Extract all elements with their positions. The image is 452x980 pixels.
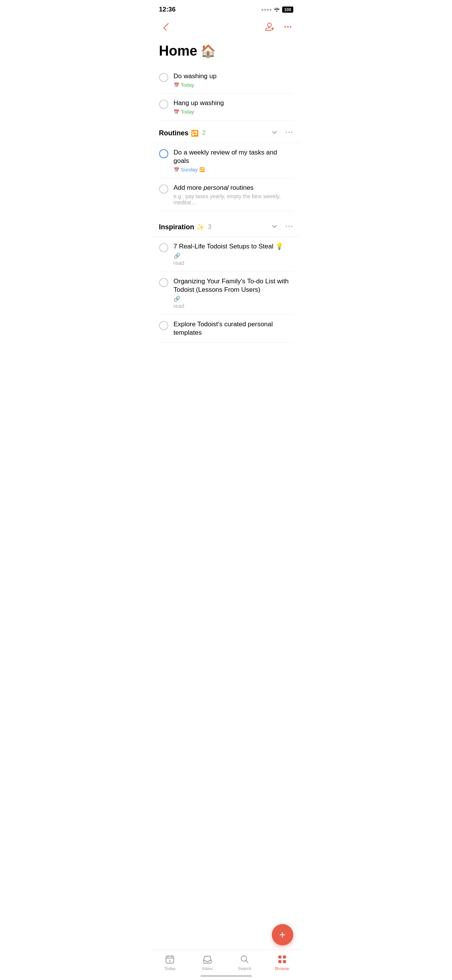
task-meta: 📅 Today [174, 82, 293, 88]
task-meta: 📅 Today [174, 109, 293, 115]
top-navigation [151, 17, 301, 40]
task-checkbox[interactable] [159, 321, 168, 330]
link-icon: 🔗 [174, 296, 293, 302]
routines-tasks: Do a weekly review of my tasks and goals… [151, 143, 301, 211]
inspiration-icon: ✨ [197, 224, 204, 231]
calendar-icon: 📅 [174, 167, 179, 173]
task-meta: 📅 Sunday 🔁 [174, 167, 293, 173]
calendar-icon: 📅 [174, 82, 179, 88]
inspiration-section-title: Inspiration ✨ 3 [159, 223, 212, 231]
battery-indicator: 100 [282, 7, 293, 13]
status-icons: 100 [261, 7, 293, 13]
signal-icon [261, 9, 271, 11]
task-content: Do washing up 📅 Today [174, 72, 293, 88]
task-content: Organizing Your Family's To-do List with… [174, 277, 293, 309]
task-checkbox[interactable] [159, 73, 168, 82]
inspiration-count: 3 [208, 224, 212, 230]
task-title: Do washing up [174, 72, 293, 81]
section-actions [270, 128, 293, 138]
add-person-button[interactable] [264, 21, 275, 32]
task-date: Today [181, 82, 194, 88]
back-button[interactable] [159, 20, 173, 34]
inspiration-section-header: Inspiration ✨ 3 [151, 214, 301, 237]
task-content: Hang up washing 📅 Today [174, 99, 293, 115]
task-date: Today [181, 109, 194, 115]
task-title: Hang up washing [174, 99, 293, 107]
svg-point-7 [288, 226, 289, 227]
link-icon: 🔗 [174, 253, 293, 259]
task-checkbox[interactable] [159, 278, 168, 287]
page-title-section: Home 🏠 [151, 40, 301, 67]
routines-icon: 🔁 [191, 130, 199, 137]
svg-point-1 [287, 26, 289, 28]
task-content: Do a weekly review of my tasks and goals… [174, 148, 293, 173]
task-item: Hang up washing 📅 Today [159, 94, 293, 120]
status-bar: 12:36 100 [151, 0, 301, 17]
calendar-icon: 📅 [174, 109, 179, 115]
svg-point-0 [284, 26, 286, 28]
task-content: Add more personal routines e.g.: pay tax… [174, 184, 293, 206]
task-item: Do a weekly review of my tasks and goals… [159, 143, 293, 178]
task-date: Sunday [181, 167, 198, 173]
task-content: 7 Real-Life Todoist Setups to Steal 💡 🔗 … [174, 242, 293, 266]
task-subtitle: read [174, 260, 293, 266]
task-title: Do a weekly review of my tasks and goals [174, 148, 293, 165]
main-task-list: Do washing up 📅 Today Hang up washing 📅 … [151, 67, 301, 120]
routines-section-header: Routines 🔁 2 [151, 120, 301, 143]
svg-point-6 [286, 226, 287, 227]
task-item: Explore Todoist's curated personal templ… [159, 315, 293, 343]
svg-point-4 [288, 132, 289, 133]
nav-actions [264, 21, 293, 32]
task-item: Organizing Your Family's To-do List with… [159, 272, 293, 315]
task-item: 7 Real-Life Todoist Setups to Steal 💡 🔗 … [159, 237, 293, 271]
page-title: Home 🏠 [159, 43, 293, 59]
inspiration-label: Inspiration [159, 223, 194, 231]
task-item: Do washing up 📅 Today [159, 67, 293, 94]
svg-point-8 [291, 226, 292, 227]
task-title: Explore Todoist's curated personal templ… [174, 320, 293, 337]
wifi-icon [274, 7, 280, 13]
svg-point-3 [286, 132, 287, 133]
more-options-button[interactable] [283, 21, 293, 32]
routines-label: Routines [159, 129, 189, 137]
inspiration-tasks: 7 Real-Life Todoist Setups to Steal 💡 🔗 … [151, 237, 301, 342]
task-subtitle: read [174, 303, 293, 309]
task-content: Explore Todoist's curated personal templ… [174, 320, 293, 337]
status-time: 12:36 [159, 6, 176, 13]
routines-more-button[interactable] [285, 128, 293, 138]
task-subtitle: e.g.: pay taxes yearly, empty the bins w… [174, 193, 293, 206]
inspiration-more-button[interactable] [285, 222, 293, 232]
task-title: Organizing Your Family's To-do List with… [174, 277, 293, 294]
task-checkbox[interactable] [159, 184, 168, 194]
task-checkbox[interactable] [159, 149, 168, 158]
section-actions [270, 222, 293, 232]
task-item: Add more personal routines e.g.: pay tax… [159, 178, 293, 211]
task-title: Add more personal routines [174, 184, 293, 192]
title-emoji: 🏠 [201, 44, 216, 58]
inspiration-expand-button[interactable] [270, 222, 279, 232]
routines-section-title: Routines 🔁 2 [159, 129, 206, 137]
svg-point-5 [291, 132, 292, 133]
task-title: 7 Real-Life Todoist Setups to Steal 💡 [174, 242, 293, 251]
svg-point-2 [290, 26, 291, 28]
task-checkbox[interactable] [159, 100, 168, 109]
routines-count: 2 [202, 130, 206, 136]
routines-expand-button[interactable] [270, 128, 279, 138]
repeat-icon: 🔁 [199, 167, 205, 172]
task-checkbox[interactable] [159, 243, 168, 252]
